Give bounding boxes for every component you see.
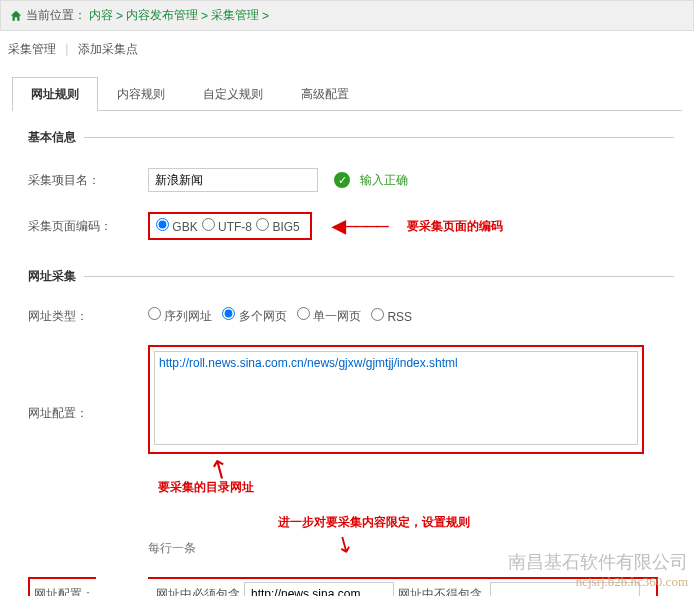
tab-content-rule[interactable]: 内容规则 [98,77,184,111]
radio-utf8[interactable]: UTF-8 [202,218,252,234]
label-mustcontain-outer: 网址配置： [28,586,148,597]
breadcrumb-sep: > [262,9,269,23]
check-icon: ✓ [334,172,350,188]
nav-collect-manage[interactable]: 采集管理 [8,42,56,56]
label-must: 网址中必须包含 [156,586,240,597]
nav-divider: | [65,42,68,56]
home-icon [9,9,23,23]
breadcrumb-label: 当前位置： [26,7,86,24]
fieldset-collect: 网址采集 网址类型： 序列网址 多个网页 单一网页 RSS 网址配置： http… [20,268,674,596]
radio-multi[interactable]: 多个网页 [222,307,286,325]
label-url-type: 网址类型： [28,308,148,325]
tab-url-rule[interactable]: 网址规则 [12,77,98,111]
radio-gbk-input[interactable] [156,218,169,231]
radio-rss-input[interactable] [371,308,384,321]
row-mustcontain: 网址配置： 网址中必须包含 网址中不得包含 [20,567,674,596]
breadcrumb-sep: > [116,9,123,23]
input-project-name[interactable] [148,168,318,192]
tabs: 网址规则 内容规则 自定义规则 高级配置 [12,76,682,111]
breadcrumb: 当前位置： 内容 > 内容发布管理 > 采集管理 > [0,0,694,31]
tab-advanced[interactable]: 高级配置 [282,77,368,111]
mustcontain-highlight: 网址中必须包含 网址中不得包含 [148,577,658,596]
radio-utf8-input[interactable] [202,218,215,231]
label-encoding: 采集页面编码： [28,218,148,235]
row-url-config: 网址配置： http://roll.news.sina.com.cn/news/… [20,335,674,567]
radio-big5[interactable]: BIG5 [256,218,300,234]
breadcrumb-item-collect[interactable]: 采集管理 [211,7,259,24]
annotation-listurl: 要采集的目录网址 [158,479,666,496]
breadcrumb-sep: > [201,9,208,23]
textarea-urls[interactable]: http://roll.news.sina.com.cn/news/gjxw/g… [154,351,638,445]
perline-note: 每行一条 [148,540,196,557]
legend-basic: 基本信息 [20,129,84,146]
row-url-type: 网址类型： 序列网址 多个网页 单一网页 RSS [20,297,674,335]
url-textarea-highlight: http://roll.news.sina.com.cn/news/gjxw/g… [148,345,644,454]
input-mustnot-contain[interactable] [490,582,640,596]
breadcrumb-item-publish[interactable]: 内容发布管理 [126,7,198,24]
label-project-name: 采集项目名： [28,172,148,189]
fieldset-basic: 基本信息 采集项目名： ✓ 输入正确 采集页面编码： GBK UTF-8 BIG… [20,129,674,250]
annotation-rule: 进一步对要采集内容限定，设置规则 [278,514,666,531]
radio-single[interactable]: 单一网页 [297,307,361,325]
ok-text: 输入正确 [360,172,408,189]
legend-collect: 网址采集 [20,268,84,285]
radio-gbk[interactable]: GBK [156,218,198,234]
radio-rss[interactable]: RSS [371,308,412,324]
radio-big5-input[interactable] [256,218,269,231]
nav-add-point[interactable]: 添加采集点 [78,42,138,56]
radio-multi-input[interactable] [222,307,235,320]
arrow-left-icon: ◀──── [332,215,387,237]
radio-single-input[interactable] [297,307,310,320]
tab-custom-rule[interactable]: 自定义规则 [184,77,282,111]
radio-seq-input[interactable] [148,307,161,320]
encoding-group-highlight: GBK UTF-8 BIG5 [148,212,312,240]
label-mustnot: 网址中不得包含 [398,586,482,597]
radio-seq[interactable]: 序列网址 [148,307,212,325]
input-must-contain[interactable] [244,582,394,596]
annotation-encoding: 要采集页面的编码 [407,218,503,235]
top-nav: 采集管理 | 添加采集点 [0,31,694,68]
label-url-config: 网址配置： [28,345,148,422]
row-project-name: 采集项目名： ✓ 输入正确 [20,158,674,202]
breadcrumb-item-content[interactable]: 内容 [89,7,113,24]
row-encoding: 采集页面编码： GBK UTF-8 BIG5 ◀──── 要采集页面的编码 [20,202,674,250]
arrow-diag-icon: ↙ [331,528,360,560]
